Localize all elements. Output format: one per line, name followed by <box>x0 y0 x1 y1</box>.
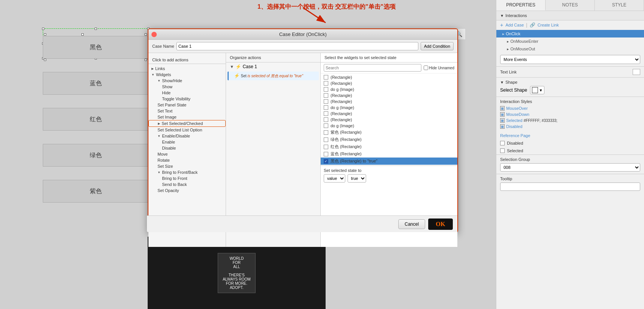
set-image-item[interactable]: Set Image <box>148 114 226 120</box>
widget-item[interactable]: ✓黑色 (Rectangle) to "true" <box>321 158 457 165</box>
red-button[interactable]: 红色 <box>43 108 149 131</box>
enable-disable-label: Enable/Disable <box>162 134 190 138</box>
rotate-item[interactable]: Rotate <box>148 157 226 163</box>
red-label: 红色 <box>90 115 102 123</box>
widget-item[interactable]: 红色 (Rectangle) <box>321 143 457 150</box>
set-panel-item[interactable]: Set Panel State <box>148 102 226 108</box>
links-item[interactable]: ▶ Links <box>148 66 226 72</box>
move-item[interactable]: Move <box>148 151 226 157</box>
selection-group-select[interactable]: 008 <box>500 163 640 172</box>
add-condition-button[interactable]: Add Condition <box>421 42 454 50</box>
black-button[interactable]: 黑色 <box>43 36 149 59</box>
close-button[interactable] <box>151 32 157 37</box>
interactions-row: + Add Case | 🔗 Create Link <box>496 20 644 30</box>
rotate-label: Rotate <box>157 158 170 162</box>
widget-item[interactable]: 蓝色 (Rectangle) <box>321 150 457 158</box>
add-case-link[interactable]: Add Case <box>505 23 524 27</box>
show-item[interactable]: Show <box>148 84 226 90</box>
disabled-checkbox[interactable] <box>500 141 505 145</box>
set-size-item[interactable]: Set Size <box>148 163 226 169</box>
ok-button[interactable]: OK <box>428 218 453 230</box>
show-label: Show <box>162 84 173 89</box>
blue-button[interactable]: 蓝色 <box>43 72 149 95</box>
hide-item[interactable]: Hide <box>148 90 226 96</box>
hide-unnamed-checkbox[interactable] <box>424 66 428 70</box>
cancel-button[interactable]: Cancel <box>398 219 425 229</box>
dialog-title: Case Editor (OnClick) <box>279 31 327 37</box>
widget-item[interactable]: (Rectangle) <box>321 111 457 117</box>
widget-checkbox[interactable] <box>324 75 328 80</box>
true-select[interactable]: true <box>348 174 366 183</box>
widget-item[interactable]: (Rectangle) <box>321 80 457 86</box>
reference-page-link[interactable]: Reference Page <box>496 132 644 139</box>
enable-item[interactable]: Enable <box>148 139 226 145</box>
widget-name: do g (Image) <box>331 105 354 110</box>
widget-checkbox[interactable] <box>324 87 328 92</box>
case-name-input[interactable] <box>176 42 418 50</box>
tab-notes[interactable]: NOTES <box>546 0 595 11</box>
set-opacity-item[interactable]: Set Opacity <box>148 187 226 194</box>
widget-checkbox[interactable] <box>324 130 328 135</box>
shape-select[interactable]: ▼ <box>530 86 544 94</box>
widget-checkbox[interactable] <box>324 105 328 110</box>
disable-item[interactable]: Disable <box>148 145 226 151</box>
send-back-item[interactable]: Send to Back <box>148 181 226 187</box>
mouseover-style[interactable]: ▦ MouseOver <box>500 105 640 111</box>
disabled-style[interactable]: ▦ Disabled <box>500 123 640 130</box>
show-hide-item[interactable]: ▼ Show/Hide <box>148 78 226 84</box>
widget-checkbox[interactable] <box>324 99 328 104</box>
mousedown-style[interactable]: ▦ MouseDown <box>500 111 640 117</box>
widget-checkbox[interactable]: ✓ <box>324 159 328 164</box>
create-link-link[interactable]: Create Link <box>538 23 559 27</box>
widget-item[interactable]: (Rectangle) <box>321 74 457 80</box>
widget-item[interactable]: (Rectangle) <box>321 117 457 123</box>
tab-style[interactable]: STYLE <box>595 0 644 11</box>
widget-checkbox[interactable] <box>324 81 328 86</box>
onmouseenter-event[interactable]: ▸ OnMouseEnter <box>496 37 644 45</box>
shape-row: Select Shape ▼ <box>500 86 640 94</box>
selected-checkbox-row: Selected <box>496 147 644 154</box>
blue-label: 蓝色 <box>90 80 102 87</box>
search-input[interactable] <box>324 64 421 72</box>
onclick-event[interactable]: ▸ OnClick <box>496 30 644 37</box>
widget-item[interactable]: (Rectangle) <box>321 92 457 98</box>
widget-item[interactable]: 绿色 (Rectangle) <box>321 136 457 143</box>
onmouseout-event[interactable]: ▸ OnMouseOut <box>496 45 644 53</box>
widget-checkbox[interactable] <box>324 145 328 149</box>
widget-item[interactable]: (Rectangle) <box>321 98 457 105</box>
widget-item[interactable]: do g (Image) <box>321 105 457 111</box>
case-icon: ⚡ <box>235 64 241 69</box>
search-row: Hide Unnamed <box>321 62 457 73</box>
widget-checkbox[interactable] <box>324 152 328 156</box>
set-selected-list-item[interactable]: Set Selected List Option <box>148 127 226 133</box>
set-selected-item[interactable]: ▶ Set Selected/Checked <box>148 120 226 127</box>
widget-checkbox[interactable] <box>324 137 328 142</box>
tab-properties[interactable]: PROPERTIES <box>496 0 546 11</box>
widget-item[interactable]: do g (Image) <box>321 86 457 92</box>
dialog-titlebar: Case Editor (OnClick) <box>148 29 457 40</box>
widget-checkbox[interactable] <box>324 123 328 128</box>
tooltip-input[interactable] <box>500 183 640 191</box>
more-events-select[interactable]: More Events <box>500 55 640 64</box>
widget-checkbox[interactable] <box>324 93 328 98</box>
value-row: value true <box>324 174 454 183</box>
set-text-item[interactable]: Set Text <box>148 108 226 114</box>
widgets-item[interactable]: ▼ Widgets <box>148 72 226 78</box>
enable-disable-item[interactable]: ▼ Enable/Disable <box>148 133 226 139</box>
widget-item[interactable]: do g (Image) <box>321 123 457 129</box>
bring-front-item[interactable]: Bring to Front <box>148 175 226 181</box>
widget-item[interactable]: 紫色 (Rectangle) <box>321 129 457 136</box>
value-select[interactable]: value <box>324 174 345 183</box>
selected-checkbox[interactable] <box>500 148 505 153</box>
green-button[interactable]: 绿色 <box>43 144 149 167</box>
selected-style[interactable]: ▦ Selected #FFFFFF; #333333; <box>500 117 640 123</box>
toggle-item[interactable]: Toggle Visibility <box>148 96 226 102</box>
text-link-box[interactable] <box>633 69 640 75</box>
purple-button[interactable]: 紫色 <box>43 180 149 203</box>
disabled-cb-label: Disabled <box>507 141 523 145</box>
disabled-label: Disabled <box>506 124 522 129</box>
bring-front-back-item[interactable]: ▼ Bring to Front/Back <box>148 169 226 175</box>
interaction-styles-section: Interaction Styles ▦ MouseOver ▦ MouseDo… <box>496 97 644 132</box>
widget-checkbox[interactable] <box>324 117 328 122</box>
widget-checkbox[interactable] <box>324 111 328 116</box>
